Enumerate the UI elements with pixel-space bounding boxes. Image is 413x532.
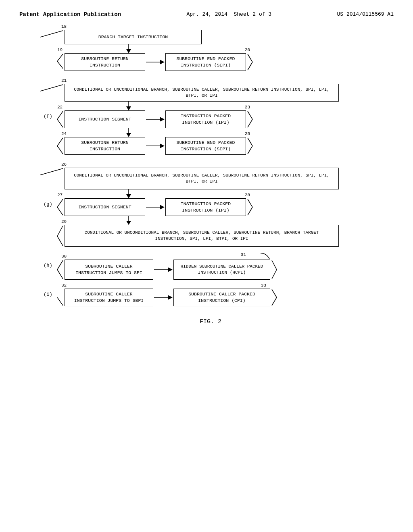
bracket-i33	[270, 289, 277, 306]
box-instruction-segment-f22: INSTRUCTION SEGMENT	[65, 110, 145, 128]
section-i: 32 (i) SUBROUTINE CALLER INSTRUCTION JUM…	[40, 289, 389, 306]
bracket-f23	[246, 110, 253, 128]
svg-line-12	[57, 111, 63, 119]
arrow-g-down1	[125, 189, 133, 198]
bracket-e20	[246, 53, 253, 71]
svg-line-9	[40, 85, 63, 91]
header-right: US 2014/0115569 A1	[337, 11, 394, 17]
arrow-g-down2	[125, 216, 133, 225]
box-cond-branch-g26: CONDITIONAL OR UNCONDITIONAL BRANCH, SUB…	[65, 168, 339, 189]
svg-line-37	[57, 226, 63, 236]
bracket-h31-curve	[258, 252, 270, 260]
arrow-f-right2	[145, 142, 165, 150]
header-left: Patent Application Publication	[19, 11, 121, 18]
label-g: (g)	[44, 202, 52, 207]
label-h: (h)	[44, 263, 52, 268]
svg-line-24	[248, 138, 252, 146]
svg-marker-11	[126, 106, 131, 110]
box-subroutine-end-e20: SUBROUTINE END PACKED INSTRUCTION (SEPI)	[165, 53, 246, 71]
bracket-h31	[270, 260, 277, 280]
bracket-g27	[57, 198, 65, 216]
svg-line-4	[57, 61, 63, 69]
svg-marker-36	[126, 221, 131, 225]
bracket-e18	[40, 30, 65, 38]
svg-line-29	[57, 199, 63, 207]
box-hcpi-h31: HIDDEN SUBROUTINE CALLER PACKED INSTRUCT…	[173, 260, 270, 280]
arrow-h-right	[153, 266, 173, 274]
bracket-f25	[246, 137, 253, 155]
svg-line-40	[57, 270, 63, 279]
svg-marker-19	[126, 133, 131, 137]
arrow-f-right	[145, 115, 165, 123]
num-31: 31	[241, 252, 246, 257]
arrow-f-down1	[125, 102, 133, 110]
svg-marker-6	[160, 60, 165, 64]
section-g: 26 CONDITIONAL OR UNCONDITIONAL BRANCH, …	[40, 168, 389, 247]
svg-line-34	[248, 207, 252, 215]
svg-marker-32	[160, 205, 165, 210]
num-24: 24	[61, 131, 67, 136]
svg-line-25	[248, 146, 252, 154]
svg-line-13	[57, 119, 63, 127]
svg-line-26	[40, 168, 63, 175]
box-ipi-f23: INSTRUCTION PACKED INSTRUCTION (IPI)	[165, 110, 246, 128]
svg-line-17	[248, 119, 252, 127]
box-subroutine-caller-h30: SUBROUTINE CALLER INSTRUCTION JUMPS TO S…	[65, 260, 153, 280]
num-29: 29	[61, 219, 67, 224]
box-sepi-f25: SUBROUTINE END PACKED INSTRUCTION (SEPI)	[165, 137, 246, 155]
num-26: 26	[61, 162, 67, 167]
svg-line-38	[57, 236, 63, 246]
section-e: 18 BRANCH TARGET INSTRUCTION 19	[40, 30, 389, 71]
svg-line-8	[248, 62, 252, 70]
svg-line-21	[57, 146, 63, 154]
svg-marker-28	[126, 194, 131, 198]
box-subroutine-return-f24: SUBROUTINE RETURN INSTRUCTION	[65, 137, 145, 155]
label-f: (f)	[44, 114, 52, 119]
svg-line-43	[272, 260, 277, 270]
svg-line-3	[57, 54, 63, 61]
svg-line-20	[57, 138, 63, 146]
num-20: 20	[245, 48, 250, 52]
bracket-i32	[57, 289, 65, 306]
arrow-g-right	[145, 203, 165, 211]
box-subroutine-return-e19: SUBROUTINE RETURN INSTRUCTION	[65, 53, 145, 71]
bracket-g29	[57, 225, 65, 247]
num-21: 21	[61, 78, 67, 83]
svg-line-39	[57, 260, 63, 270]
num-23: 23	[245, 105, 250, 110]
diagram-area: 18 BRANCH TARGET INSTRUCTION 19	[0, 18, 413, 341]
num-25: 25	[245, 131, 250, 136]
page-header: Patent Application Publication Apr. 24, …	[0, 0, 413, 18]
arrow-f-down2	[125, 128, 133, 137]
num-32: 32	[61, 283, 67, 288]
bracket-f21	[40, 84, 65, 92]
svg-marker-23	[160, 143, 165, 148]
svg-line-16	[248, 111, 252, 119]
section-h: 30 (h) SUBROUTINE CALLER INSTRUCTION JUM…	[40, 260, 389, 280]
num-33: 33	[261, 283, 266, 288]
box-ipi-g28: INSTRUCTION PACKED INSTRUCTION (IPI)	[165, 198, 246, 216]
box-cpi-i33: SUBROUTINE CALLER PACKED INSTRUCTION (CP…	[173, 289, 270, 306]
num-22: 22	[57, 105, 63, 110]
box-cond-branch-f21: CONDITIONAL OR UNCONDITIONAL BRANCH, SUB…	[65, 84, 339, 102]
arrow-e-right	[145, 58, 165, 66]
box-branch-target: BRANCH TARGET INSTRUCTION	[65, 30, 202, 44]
svg-marker-2	[126, 49, 131, 53]
box-subroutine-caller-i32: SUBROUTINE CALLER INSTRUCTION JUMPS TO S…	[65, 289, 153, 306]
section-f: 21 CONDITIONAL OR UNCONDITIONAL BRANCH, …	[40, 84, 389, 155]
box-instruction-segment-g27: INSTRUCTION SEGMENT	[65, 198, 145, 216]
svg-marker-47	[168, 295, 173, 300]
fig-caption: FIG. 2	[32, 318, 389, 325]
svg-line-44	[272, 270, 277, 279]
svg-line-48	[272, 289, 277, 297]
label-i: (i)	[44, 292, 52, 297]
svg-line-7	[248, 54, 252, 62]
header-center: Apr. 24, 2014 Sheet 2 of 3	[186, 11, 271, 17]
bracket-g26	[40, 168, 65, 176]
bracket-f24	[57, 137, 65, 155]
svg-line-45	[57, 297, 63, 305]
bracket-g28	[246, 198, 253, 216]
num-18: 18	[61, 24, 67, 29]
arrow-e-down	[125, 44, 133, 53]
svg-line-0	[40, 31, 63, 37]
